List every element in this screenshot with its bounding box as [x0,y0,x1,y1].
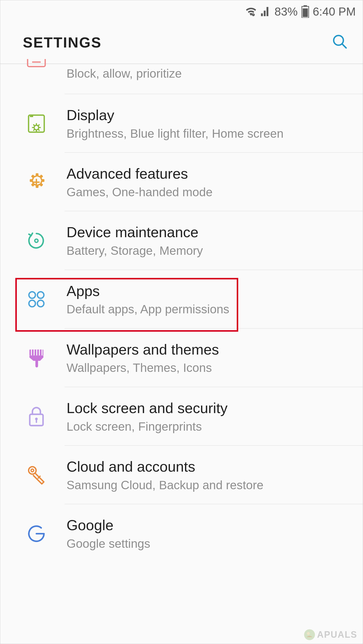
cloud-accounts-icon [24,463,48,487]
item-title: Google [67,516,355,534]
item-title: Cloud and accounts [67,458,355,475]
item-subtitle: Battery, Storage, Memory [67,243,355,258]
item-title: Lock screen and security [67,399,355,417]
device-maintenance-icon [24,229,48,253]
settings-item-apps[interactable]: Apps Default apps, App permissions [0,270,363,329]
settings-item-cloud-accounts[interactable]: Cloud and accounts Samsung Cloud, Backup… [0,446,363,504]
item-subtitle: Block, allow, prioritize [67,66,355,81]
item-subtitle: Google settings [67,536,355,551]
item-title: Display [67,106,355,124]
settings-item-advanced-features[interactable]: Advanced features Games, One-handed mode [0,153,363,211]
status-bar: 83% 6:40 PM [0,0,363,21]
item-subtitle: Wallpapers, Themes, Icons [67,361,355,375]
item-subtitle: Lock screen, Fingerprints [67,419,355,434]
battery-percent: 83% [275,5,298,18]
status-time: 6:40 PM [313,5,356,18]
item-title: Advanced features [67,165,355,182]
display-icon [24,112,48,136]
svg-line-16 [34,130,34,130]
item-title: Apps [67,282,355,300]
svg-line-17 [38,130,39,130]
svg-point-20 [35,239,38,242]
svg-rect-6 [28,59,45,67]
settings-list: Block, allow, prioritize Display Brightn… [0,64,363,563]
item-subtitle: Brightness, Blue light filter, Home scre… [67,126,355,141]
svg-point-22 [37,292,44,298]
item-subtitle: Samsung Cloud, Backup and restore [67,478,355,492]
google-icon [24,522,48,546]
svg-point-9 [34,125,39,130]
watermark-text: APUALS [317,629,357,640]
svg-point-24 [37,300,44,307]
svg-point-21 [29,292,35,298]
svg-point-35 [31,469,34,472]
svg-point-38 [304,629,315,640]
advanced-features-icon [24,170,48,194]
svg-rect-3 [302,9,308,17]
svg-line-15 [38,125,39,125]
settings-item-device-maintenance[interactable]: Device maintenance Battery, Storage, Mem… [0,211,363,270]
svg-point-23 [29,300,35,307]
search-icon [332,33,348,50]
wifi-icon [246,6,257,17]
item-subtitle: Games, One-handed mode [67,185,355,200]
item-subtitle: Default apps, App permissions [67,302,355,317]
search-button[interactable] [332,33,348,51]
card-icon [24,59,48,83]
lock-icon [24,405,48,429]
settings-item-display[interactable]: Display Brightness, Blue light filter, H… [0,94,363,153]
apps-icon [24,287,48,311]
settings-item-notifications[interactable]: Block, allow, prioritize [0,64,363,94]
svg-point-39 [307,632,310,635]
battery-icon [301,5,309,18]
item-title: Device maintenance [67,223,355,241]
settings-item-google[interactable]: Google Google settings [0,504,363,563]
signal-icon [260,6,271,17]
svg-line-14 [34,125,34,125]
watermark-logo-icon [304,629,316,641]
header: SETTINGS [0,21,363,64]
svg-point-34 [29,467,36,474]
watermark: APUALS [304,629,357,641]
page-title: SETTINGS [23,34,102,51]
wallpapers-icon [24,346,48,370]
svg-line-5 [342,44,346,48]
settings-item-lock-security[interactable]: Lock screen and security Lock screen, Fi… [0,387,363,446]
settings-item-wallpapers-themes[interactable]: Wallpapers and themes Wallpapers, Themes… [0,329,363,387]
item-title: Wallpapers and themes [67,341,355,358]
